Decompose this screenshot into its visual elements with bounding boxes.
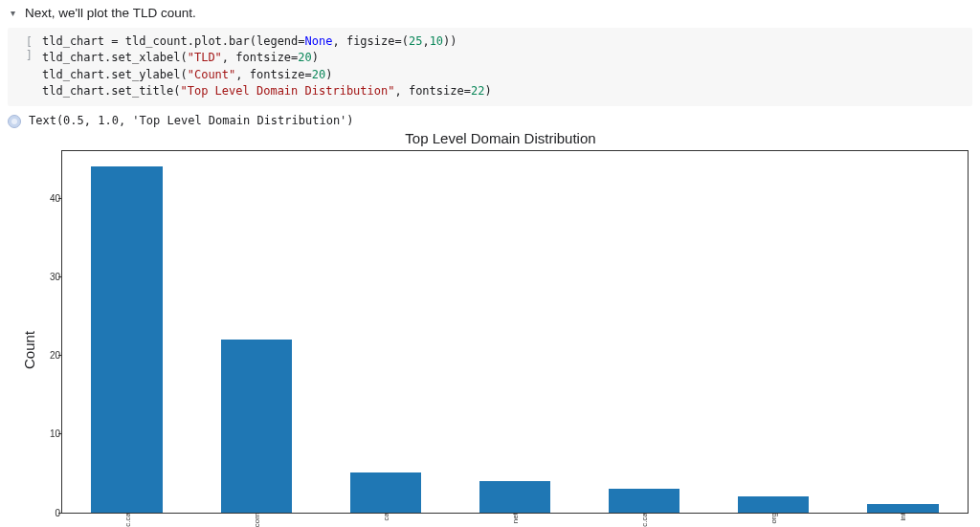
chart-xtick-label: org: [769, 513, 778, 527]
chart-xtick-label: com: [252, 513, 260, 527]
chart-ytick: 0: [33, 507, 60, 517]
output-text: Text(0.5, 1.0, 'Top Level Domain Distrib…: [29, 114, 354, 127]
collapse-caret-icon[interactable]: ▾: [6, 8, 19, 18]
text-cell-content: Next, we'll plot the TLD count.: [25, 6, 196, 20]
chart-bar: [221, 340, 292, 513]
chart-ytick: 40: [33, 192, 60, 203]
output-icon: [8, 115, 21, 128]
chart-plot-area: 010203040 qc.cacomcanetgc.caorgint: [61, 150, 969, 514]
output-row: Text(0.5, 1.0, 'Top Level Domain Distrib…: [0, 108, 980, 128]
chart-bar: [350, 472, 421, 512]
chart-ytick: 10: [33, 428, 60, 439]
chart-bar: [91, 166, 162, 513]
chart-bar: [867, 504, 938, 512]
code-cell-gutter[interactable]: [ ]: [15, 33, 33, 100]
chart-bar: [479, 481, 550, 513]
code-cell-body[interactable]: tld_chart = tld_count.plot.bar(legend=No…: [42, 33, 492, 100]
chart-xtick-label: gc.ca: [640, 513, 649, 527]
chart-yticks: 010203040: [33, 151, 60, 513]
chart-xtick-label: qc.ca: [122, 513, 131, 527]
chart-bar: [738, 496, 809, 512]
chart-xtick-label: net: [511, 513, 520, 526]
chart-bar: [609, 489, 679, 513]
chart-bars: [62, 151, 968, 513]
chart-xtick-label: int: [899, 513, 907, 523]
chart-ytick: 30: [33, 272, 60, 282]
chart-xtick-label: ca: [381, 513, 390, 523]
text-cell: ▾ Next, we'll plot the TLD count.: [0, 0, 980, 26]
code-cell[interactable]: [ ] tld_chart = tld_count.plot.bar(legen…: [8, 28, 972, 106]
chart-title: Top Level Domain Distribution: [29, 128, 972, 150]
chart: Top Level Domain Distribution Count 0102…: [29, 128, 972, 527]
chart-ytick: 20: [33, 350, 60, 361]
